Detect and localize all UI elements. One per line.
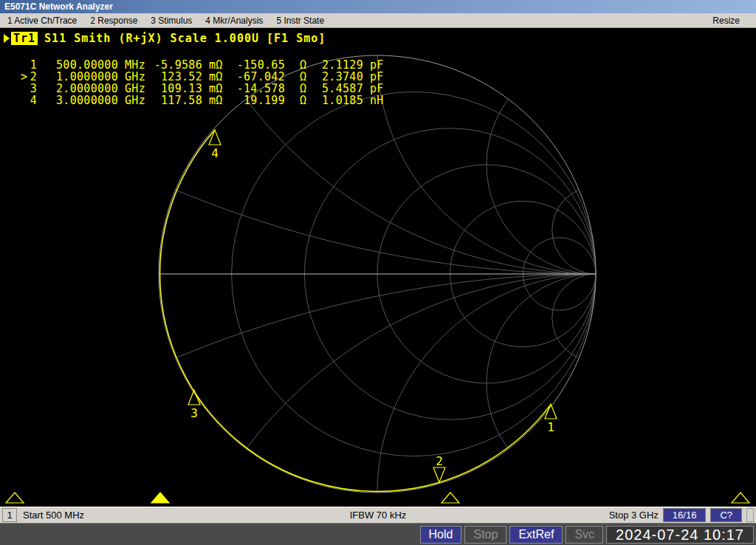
reactance-arc	[487, 55, 705, 274]
datetime-display: 2024-07-24 10:17	[606, 526, 754, 544]
reactance-arc	[552, 187, 639, 274]
marker-2-label: 2	[436, 454, 443, 468]
marker-select-indicator	[21, 83, 28, 95]
channel-number-box: 1	[2, 508, 17, 522]
svc-button[interactable]: Svc	[566, 526, 603, 544]
marker-readout-table: 1 500.00000 MHz -5.9586 mΩ -150.65 Ω 2.1…	[21, 59, 388, 106]
marker-equivalent-unit: pF	[363, 59, 388, 71]
marker-3-label: 3	[190, 406, 198, 420]
marker-equivalent-unit: nH	[363, 95, 388, 106]
marker-resistance-unit: mΩ	[202, 83, 226, 95]
marker-frequency: 1.0000000	[37, 71, 118, 83]
menu-stimulus[interactable]: 3 Stimulus	[151, 16, 192, 26]
marker-row-1: 1 500.00000 MHz -5.9586 mΩ -150.65 Ω 2.1…	[21, 59, 388, 71]
stop-button[interactable]: Stop	[464, 526, 506, 544]
marker-resistance: 117.58	[148, 95, 202, 106]
stimulus-triangle-marker-4	[732, 493, 749, 503]
active-trace-arrow-icon	[4, 34, 10, 43]
marker-number: 4	[28, 95, 37, 106]
marker-reactance: 19.199	[226, 95, 285, 106]
stimulus-triangle-marker-1	[6, 493, 24, 503]
marker-number: 3	[28, 83, 37, 95]
menu-response[interactable]: 2 Response	[90, 16, 137, 26]
status-empty-box	[746, 508, 754, 522]
menu-bar: 1 Active Ch/Trace 2 Response 3 Stimulus …	[0, 13, 756, 28]
marker-reactance: -67.042	[226, 71, 285, 83]
channel-status-bar: 1 Start 500 MHz IFBW 70 kHz Stop 3 GHz 1…	[0, 507, 756, 523]
marker-equivalent-unit: pF	[363, 83, 388, 95]
marker-reactance: -150.65	[226, 59, 285, 71]
reactance-arc	[159, 274, 756, 507]
marker-4-label: 4	[211, 146, 219, 160]
trace-status-line: Tr1 S11 Smith (R+jX) Scale 1.000U [F1 Sm…	[4, 32, 326, 45]
status-bar-right: Stop 3 GHz 16/16 C?	[609, 508, 754, 522]
marker-frequency-unit: GHz	[118, 71, 148, 83]
marker-resistance-unit: mΩ	[202, 71, 226, 83]
marker-frequency-unit: GHz	[118, 95, 148, 106]
marker-equivalent: 1.0185	[309, 95, 363, 106]
marker-equivalent-unit: pF	[363, 71, 388, 83]
marker-reactance-unit: Ω	[285, 83, 309, 95]
marker-1-label: 1	[547, 420, 554, 434]
marker-equivalent: 5.4587	[309, 83, 363, 95]
marker-reactance-unit: Ω	[285, 71, 309, 83]
marker-frequency: 3.0000000	[37, 95, 118, 106]
marker-reactance-unit: Ω	[285, 59, 309, 71]
marker-resistance: -5.9586	[148, 59, 202, 71]
extref-button[interactable]: ExtRef	[509, 526, 563, 544]
stimulus-triangle-marker-3	[441, 493, 459, 503]
stimulus-triangle-marker-2-active	[151, 493, 169, 503]
sweep-start-label: Start 500 MHz	[23, 510, 84, 521]
reactance-arc	[552, 274, 639, 361]
marker-select-indicator: >	[21, 71, 28, 83]
marker-row-4: 4 3.0000000 GHz 117.58 mΩ 19.199 Ω 1.018…	[21, 95, 388, 106]
hold-button[interactable]: Hold	[420, 526, 462, 544]
ifbw-label: IFBW 70 kHz	[350, 510, 407, 521]
points-indicator: 16/16	[663, 508, 707, 522]
marker-2-symbol[interactable]	[433, 467, 445, 482]
reactance-arc	[487, 274, 705, 493]
trace-name-badge[interactable]: Tr1	[11, 32, 38, 45]
marker-select-indicator	[21, 95, 28, 106]
marker-resistance-unit: mΩ	[202, 59, 226, 71]
correction-indicator: C?	[710, 508, 742, 522]
reactance-arc	[377, 28, 756, 274]
marker-number: 2	[28, 71, 37, 83]
marker-equivalent: 2.3740	[309, 71, 363, 83]
marker-frequency: 2.0000000	[37, 83, 118, 95]
trace-format-text: S11 Smith (R+jX) Scale 1.000U [F1 Smo]	[44, 32, 326, 45]
marker-row-3: 3 2.0000000 GHz 109.13 mΩ -14.578 Ω 5.45…	[21, 83, 388, 95]
s11-trace	[160, 130, 551, 492]
app-window: E5071C Network Analyzer 1 Active Ch/Trac…	[0, 0, 756, 545]
marker-select-indicator	[21, 59, 28, 71]
menu-mkr-analysis[interactable]: 4 Mkr/Analysis	[205, 16, 263, 26]
window-title: E5071C Network Analyzer	[4, 1, 113, 12]
instrument-status-bar: Hold Stop ExtRef Svc 2024-07-24 10:17	[0, 523, 756, 545]
marker-equivalent: 2.1129	[309, 59, 363, 71]
sweep-stop-label: Stop 3 GHz	[609, 510, 659, 521]
marker-frequency-unit: MHz	[118, 59, 148, 71]
marker-resistance-unit: mΩ	[202, 95, 226, 106]
marker-reactance: -14.578	[226, 83, 285, 95]
reactance-arc	[377, 274, 756, 507]
marker-row-2-active: > 2 1.0000000 GHz 123.52 mΩ -67.042 Ω 2.…	[21, 71, 388, 83]
marker-reactance-unit: Ω	[285, 95, 309, 106]
marker-1-symbol[interactable]	[545, 404, 557, 419]
menu-active-ch-trace[interactable]: 1 Active Ch/Trace	[7, 16, 77, 26]
marker-number: 1	[28, 59, 37, 71]
marker-resistance: 123.52	[148, 71, 202, 83]
title-bar: E5071C Network Analyzer	[0, 0, 756, 13]
marker-resistance: 109.13	[148, 83, 202, 95]
instrument-display: 4 3 1 2 Tr1 S11 Smith (R+jX) Scale 1.000…	[0, 28, 756, 507]
menu-instr-state[interactable]: 5 Instr State	[276, 16, 324, 26]
menu-resize[interactable]: Resize	[712, 16, 740, 26]
marker-frequency-unit: GHz	[118, 83, 148, 95]
marker-frequency: 500.00000	[37, 59, 118, 71]
